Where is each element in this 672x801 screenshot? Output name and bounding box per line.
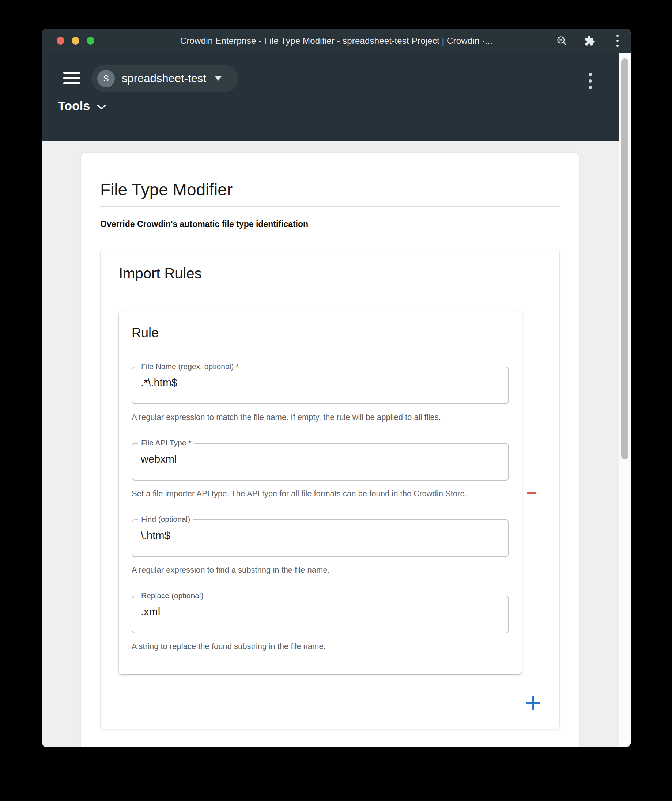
page-subtitle: Override Crowdin's automatic file type i… [100, 219, 560, 229]
screenshot-stage: Crowdin Enterprise - File Type Modifier … [0, 0, 672, 801]
import-rules-card: Import Rules Rule File Name (regex, opti… [100, 249, 560, 729]
replace-input[interactable]: .xml [132, 597, 508, 632]
find-input[interactable]: \.htm$ [132, 520, 508, 556]
project-avatar: S [97, 70, 115, 87]
header-kebab-menu-icon[interactable] [587, 72, 594, 90]
field-replace: Replace (optional) .xml A string to repl… [132, 596, 509, 654]
chevron-down-icon [97, 104, 106, 110]
file-name-input[interactable]: .*\.htm$ [132, 367, 508, 404]
project-name: spreadsheet-test [122, 72, 206, 85]
scrollbar-thumb[interactable] [621, 58, 628, 459]
field-file-api-type: File API Type * webxml Set a file import… [132, 443, 509, 501]
find-helper: A regular expression to find a substring… [132, 563, 501, 577]
rule-row: Rule File Name (regex, optional) * .*\.h… [119, 311, 541, 674]
remove-rule-button[interactable] [523, 484, 540, 501]
add-rule-button[interactable] [525, 695, 541, 711]
browser-menu-kebab-icon[interactable] [612, 35, 624, 47]
browser-window: Crowdin Enterprise - File Type Modifier … [42, 29, 631, 747]
file-type-modifier-page: File Type Modifier Override Crowdin's au… [81, 153, 579, 747]
zoom-out-icon[interactable] [556, 35, 568, 47]
import-rules-divider [119, 288, 541, 288]
find-field-box: Find (optional) \.htm$ [132, 519, 509, 557]
file-api-type-input[interactable]: webxml [132, 444, 508, 480]
scrollbar-track[interactable] [619, 53, 631, 747]
file-name-field-box: File Name (regex, optional) * .*\.htm$ [132, 367, 509, 404]
title-bar: Crowdin Enterprise - File Type Modifier … [42, 29, 631, 53]
app-header: S spreadsheet-test Tools [42, 53, 631, 142]
field-file-name: File Name (regex, optional) * .*\.htm$ A… [132, 367, 509, 425]
page-title: File Type Modifier [100, 180, 560, 199]
caret-down-icon [215, 76, 222, 81]
titlebar-icons [556, 29, 624, 53]
hamburger-icon[interactable] [63, 72, 80, 84]
replace-helper: A string to replace the found substring … [132, 639, 501, 654]
rule-card: Rule File Name (regex, optional) * .*\.h… [119, 311, 522, 674]
replace-field-box: Replace (optional) .xml [132, 596, 509, 633]
file-name-helper: A regular expression to match the file n… [132, 410, 501, 425]
add-rule-row [119, 695, 541, 711]
project-selector[interactable]: S spreadsheet-test [92, 65, 238, 92]
title-divider [100, 206, 560, 207]
puzzle-extension-icon[interactable] [584, 35, 596, 47]
rule-divider [132, 346, 509, 346]
window-title: Crowdin Enterprise - File Type Modifier … [42, 29, 631, 53]
remove-rule-gutter [522, 484, 541, 501]
plus-icon [525, 695, 541, 711]
field-find: Find (optional) \.htm$ A regular express… [132, 519, 509, 577]
file-api-type-helper: Set a file importer API type. The API ty… [132, 486, 501, 501]
file-api-type-field-box: File API Type * webxml [132, 443, 509, 481]
page-background: File Type Modifier Override Crowdin's au… [42, 142, 631, 747]
import-rules-title: Import Rules [119, 265, 541, 282]
minus-icon [527, 492, 537, 494]
tools-nav-dropdown[interactable]: Tools [58, 99, 106, 113]
rule-title: Rule [132, 325, 509, 341]
tools-label: Tools [58, 99, 90, 113]
